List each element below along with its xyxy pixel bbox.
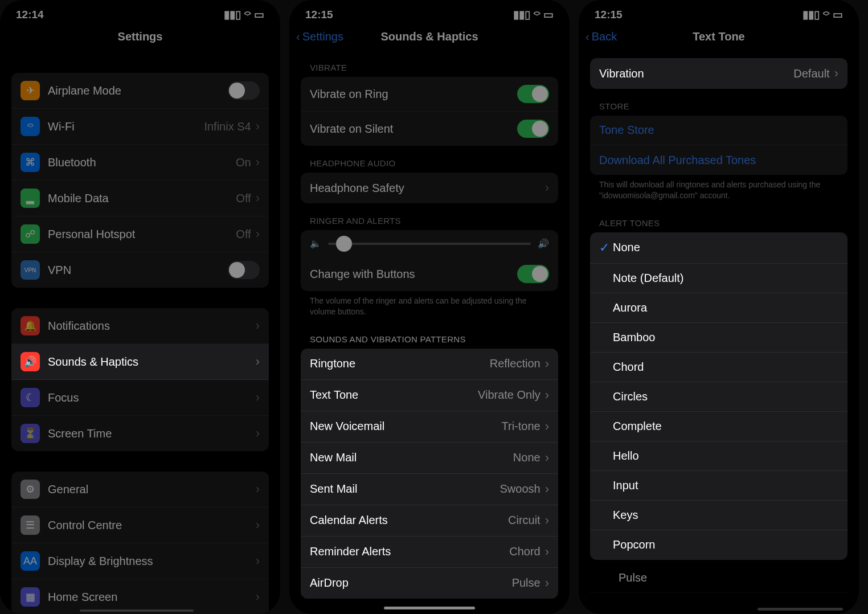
- chevron-right-icon: ›: [545, 513, 549, 528]
- bluetooth-icon: ⌘: [21, 153, 40, 172]
- home-screen-label: Home Screen: [48, 591, 256, 604]
- change-buttons-toggle[interactable]: [517, 265, 549, 283]
- back-button[interactable]: ‹ Settings: [296, 30, 343, 43]
- vpn-label: VPN: [48, 264, 228, 277]
- pattern-row-calendar-alerts[interactable]: Calendar AlertsCircuit›: [301, 505, 558, 537]
- tone-row-pulse[interactable]: Pulse: [590, 563, 847, 593]
- settings-row-display-brightness[interactable]: AADisplay & Brightness›: [11, 543, 269, 579]
- chevron-left-icon: ‹: [296, 30, 300, 43]
- wifi-value: Infinix S4: [204, 120, 251, 133]
- airplane-mode-label: Airplane Mode: [48, 84, 228, 97]
- pattern-row-text-tone[interactable]: Text ToneVibrate Only›: [301, 380, 558, 411]
- tone-store-label: Tone Store: [599, 124, 838, 137]
- settings-row-personal-hotspot[interactable]: ☍Personal HotspotOff›: [11, 216, 269, 252]
- settings-row-focus[interactable]: ☾Focus›: [11, 380, 269, 416]
- personal-hotspot-value: Off: [236, 228, 251, 241]
- notifications-icon: 🔔: [21, 316, 40, 335]
- status-bar: 12:14 ▮▮▯ ⌔ ▭: [0, 0, 280, 23]
- settings-row-home-screen[interactable]: ▦Home Screen›: [11, 579, 269, 614]
- checkmark-icon: ✓: [596, 240, 613, 255]
- reminder-alerts-value: Chord: [509, 545, 540, 558]
- pattern-row-ringtone[interactable]: RingtoneReflection›: [301, 349, 558, 380]
- settings-row-screen-time[interactable]: ⏳Screen Time›: [11, 416, 269, 451]
- settings-row-mobile-data[interactable]: ▂Mobile DataOff›: [11, 181, 269, 216]
- signal-icon: ▮▮▯: [803, 8, 820, 21]
- vibrate-on-ring-row[interactable]: Vibrate on Ring: [301, 77, 558, 112]
- section-vibrate: VIBRATE: [301, 50, 558, 77]
- vibrate-group: Vibrate on Ring Vibrate on Silent: [301, 77, 558, 146]
- tone-row-bamboo[interactable]: Bamboo: [590, 323, 847, 353]
- scrollbar[interactable]: [758, 608, 843, 611]
- headphone-safety-row[interactable]: Headphone Safety ›: [301, 173, 558, 203]
- vibrate-ring-toggle[interactable]: [517, 85, 549, 103]
- settings-row-vpn[interactable]: VPNVPN: [11, 252, 269, 288]
- mobile-data-icon: ▂: [21, 189, 40, 208]
- vibrate-silent-toggle[interactable]: [517, 120, 549, 138]
- text-tone-content[interactable]: Vibration Default › STORE Tone Store Dow…: [579, 50, 859, 614]
- status-icons: ▮▮▯ ⌔ ▭: [803, 8, 843, 21]
- tone-row-note-default-[interactable]: Note (Default): [590, 264, 847, 293]
- back-button[interactable]: ‹ Back: [586, 30, 617, 43]
- sounds-haptics-icon: 🔊: [21, 352, 40, 371]
- vpn-toggle[interactable]: [228, 261, 260, 279]
- tone-row-input[interactable]: Input: [590, 471, 847, 501]
- chevron-right-icon: ›: [256, 227, 260, 241]
- chevron-right-icon: ›: [256, 518, 260, 533]
- wifi-icon: ⌔: [244, 9, 251, 21]
- settings-row-sounds-haptics[interactable]: 🔊Sounds & Haptics›: [11, 344, 269, 380]
- airplane-mode-toggle[interactable]: [228, 81, 260, 100]
- vibrate-on-silent-row[interactable]: Vibrate on Silent: [301, 112, 558, 146]
- chevron-right-icon: ›: [256, 191, 260, 206]
- download-all-label: Download All Purchased Tones: [599, 154, 838, 167]
- pattern-row-new-mail[interactable]: New MailNone›: [301, 443, 558, 474]
- new-voicemail-value: Tri-tone: [502, 420, 541, 433]
- settings-row-general[interactable]: ⚙General›: [11, 472, 269, 507]
- pattern-row-sent-mail[interactable]: Sent MailSwoosh›: [301, 474, 558, 505]
- tone-row-chord[interactable]: Chord: [590, 353, 847, 382]
- text-tone-value: Vibrate Only: [478, 388, 541, 402]
- tone-store-row[interactable]: Tone Store: [590, 116, 847, 145]
- notifications-label: Notifications: [48, 320, 256, 333]
- screen-settings: 12:14 ▮▮▯ ⌔ ▭ Settings ✈Airplane Mode⌔Wi…: [0, 0, 280, 614]
- change-with-buttons-row[interactable]: Change with Buttons: [301, 257, 558, 291]
- volume-low-icon: 🔈: [310, 238, 321, 249]
- tone-row-aurora[interactable]: Aurora: [590, 293, 847, 323]
- status-time: 12:14: [16, 9, 44, 21]
- tone-row-complete[interactable]: Complete: [590, 412, 847, 441]
- pattern-row-reminder-alerts[interactable]: Reminder AlertsChord›: [301, 537, 558, 568]
- home-indicator[interactable]: [384, 607, 475, 609]
- section-headphone: HEADPHONE AUDIO: [301, 146, 558, 173]
- volume-slider[interactable]: [328, 243, 531, 245]
- chevron-right-icon: ›: [256, 590, 260, 604]
- focus-label: Focus: [48, 391, 256, 404]
- tone-row-popcorn[interactable]: Popcorn: [590, 530, 847, 560]
- settings-row-airplane-mode[interactable]: ✈Airplane Mode: [11, 73, 269, 109]
- wifi-icon: ⌔: [21, 117, 40, 136]
- screen-sounds-haptics: 12:15 ▮▮▯ ⌔ ▭ ‹ Settings Sounds & Haptic…: [289, 0, 570, 614]
- calendar-alerts-value: Circuit: [508, 514, 541, 527]
- chevron-right-icon: ›: [545, 482, 549, 497]
- scrollbar[interactable]: [80, 609, 194, 612]
- sounds-content[interactable]: VIBRATE Vibrate on Ring Vibrate on Silen…: [289, 50, 570, 614]
- settings-row-wifi[interactable]: ⌔Wi-FiInfinix S4›: [11, 109, 269, 145]
- settings-row-bluetooth[interactable]: ⌘BluetoothOn›: [11, 145, 269, 181]
- patterns-group: RingtoneReflection›Text ToneVibrate Only…: [301, 349, 558, 599]
- wifi-icon: ⌔: [823, 9, 829, 21]
- pattern-row-airdrop[interactable]: AirDropPulse›: [301, 568, 558, 599]
- back-label: Back: [592, 30, 617, 43]
- tone-row-circles[interactable]: Circles: [590, 382, 847, 412]
- settings-content[interactable]: ✈Airplane Mode⌔Wi-FiInfinix S4›⌘Bluetoot…: [0, 50, 280, 614]
- settings-row-control-centre[interactable]: ☰Control Centre›: [11, 507, 269, 543]
- calendar-alerts-label: Calendar Alerts: [310, 514, 508, 527]
- new-mail-label: New Mail: [310, 451, 513, 464]
- tone-row-none[interactable]: ✓None: [590, 232, 847, 264]
- settings-row-notifications[interactable]: 🔔Notifications›: [11, 308, 269, 344]
- tone-row-keys[interactable]: Keys: [590, 501, 847, 530]
- vibration-row[interactable]: Vibration Default ›: [590, 58, 847, 89]
- tone-label: Keys: [613, 509, 838, 522]
- pattern-row-new-voicemail[interactable]: New VoicemailTri-tone›: [301, 411, 558, 443]
- tone-row-hello[interactable]: Hello: [590, 441, 847, 471]
- download-all-row[interactable]: Download All Purchased Tones: [590, 145, 847, 175]
- vibrate-ring-label: Vibrate on Ring: [310, 88, 517, 101]
- status-bar: 12:15 ▮▮▯ ⌔ ▭: [289, 0, 570, 23]
